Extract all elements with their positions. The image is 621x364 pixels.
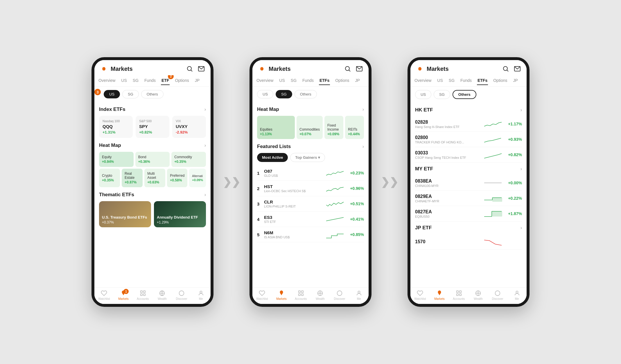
- subtab-others-2[interactable]: Others: [295, 90, 317, 98]
- subtab-sg-1[interactable]: SG: [122, 90, 139, 98]
- list-item-3[interactable]: 3 CLR LION-PHILLIP S-REIT +0.51%: [257, 196, 364, 212]
- tab-sg-1[interactable]: SG: [132, 76, 139, 85]
- list-item-2[interactable]: 2 HST Lion-OCBC Sec HSTECH S$ +0.96%: [257, 181, 364, 196]
- nav-discover-3[interactable]: Discover: [488, 290, 507, 300]
- my-etf-item-2[interactable]: 0829EA CHINAETF-MYR +0.22%: [415, 191, 522, 206]
- tab-etfs-2[interactable]: ETFs: [319, 76, 330, 85]
- list-info-5: N6M IS ASIA BND US$: [264, 230, 322, 239]
- jp-etf-chevron[interactable]: ›: [521, 225, 522, 230]
- svg-rect-32: [492, 198, 502, 202]
- svg-line-2: [191, 70, 193, 72]
- list-chart-4: [326, 215, 344, 224]
- nav-wealth-2[interactable]: Wealth: [310, 290, 330, 300]
- nav-discover-1[interactable]: Discover: [172, 290, 191, 300]
- nav-watchlist-2[interactable]: Watchlist: [252, 290, 272, 300]
- hk-etf-item-1[interactable]: 02828 Hang Seng H-Share Index ETF +1.17%: [415, 116, 522, 132]
- heatmap-chevron-1[interactable]: ›: [204, 143, 206, 148]
- nav-accounts-1[interactable]: Accounts: [133, 290, 152, 300]
- my-etf-chevron[interactable]: ›: [521, 166, 522, 172]
- list-info-1: O87 GLD US$: [264, 169, 322, 177]
- svg-rect-40: [456, 291, 458, 293]
- featured-chevron[interactable]: ›: [362, 144, 364, 149]
- heatmap-chevron-2[interactable]: ›: [362, 107, 364, 112]
- hk-etf-item-2[interactable]: 02800 TRACKER FUND OF HONG KO... +0.93%: [415, 132, 522, 147]
- tab-sg-2[interactable]: SG: [290, 76, 297, 85]
- tab-funds-1[interactable]: Funds: [144, 76, 156, 85]
- section-header-my: MY ETF ›: [415, 166, 522, 172]
- tab-us-1[interactable]: US: [121, 76, 127, 85]
- sub-tabs-1: 3 US SG Others: [94, 87, 211, 102]
- nav-watchlist-3[interactable]: Watchlist: [410, 290, 430, 300]
- treasury-bg: U.S. Treasury Bond ETFs +0.37%: [99, 201, 151, 227]
- svg-rect-43: [460, 294, 461, 295]
- my-etf-item-1[interactable]: 0838EA CHINA100-MYR +0.00%: [415, 175, 522, 191]
- mail-icon-1[interactable]: [198, 65, 205, 72]
- search-icon-1[interactable]: [186, 65, 193, 72]
- subtab-us-2[interactable]: US: [257, 90, 273, 98]
- list-item-1[interactable]: 1 O87 GLD US$ +0.23%: [257, 165, 364, 181]
- tab-options-1[interactable]: Options: [174, 76, 189, 85]
- nav-markets-1[interactable]: 1 Markets: [114, 290, 133, 300]
- subtab-us-1[interactable]: US: [104, 90, 120, 98]
- search-icon-3[interactable]: [502, 65, 509, 72]
- nav-me-1[interactable]: Me: [191, 290, 211, 300]
- subtab-us-3[interactable]: US: [415, 90, 431, 99]
- heart-icon-2: [259, 290, 265, 296]
- heatmap-preferred: Preferred +0.58%: [167, 169, 187, 187]
- etf-card-qqq[interactable]: Nasdaq 100 QQQ +1.31%: [99, 116, 133, 138]
- subtab-others-1[interactable]: Others: [141, 90, 164, 98]
- search-icon-2[interactable]: [344, 65, 351, 72]
- nav-me-3[interactable]: Me: [507, 290, 527, 300]
- mail-icon-3[interactable]: [514, 65, 521, 72]
- tab-overview-1[interactable]: Overview: [98, 76, 116, 85]
- nav-accounts-2[interactable]: Accounts: [291, 290, 310, 300]
- heart-icon-3: [417, 290, 423, 296]
- nav-watchlist-1[interactable]: Watchlist: [94, 290, 114, 300]
- tab-us-2[interactable]: US: [279, 76, 285, 85]
- my-etf-info-1: 0838EA CHINA100-MYR: [415, 179, 480, 188]
- tab-etfs-3[interactable]: ETFs: [477, 76, 488, 85]
- tab-sg-3[interactable]: SG: [448, 76, 455, 85]
- subtab-sg-2[interactable]: SG: [276, 90, 292, 98]
- subtab-others-3[interactable]: Others: [453, 90, 476, 99]
- nav-accounts-3[interactable]: Accounts: [449, 290, 469, 300]
- tab-overview-2[interactable]: Overview: [256, 76, 274, 85]
- thematic-dividend[interactable]: Annually Dividend ETF +1.29%: [154, 201, 206, 227]
- hk-etf-chevron[interactable]: ›: [521, 107, 522, 113]
- etf-card-spy[interactable]: S&P 500 SPY +0.82%: [136, 116, 169, 138]
- tab-funds-3[interactable]: Funds: [460, 76, 472, 85]
- thematic-treasury[interactable]: U.S. Treasury Bond ETFs +0.37%: [99, 201, 151, 227]
- my-etf-item-3[interactable]: 0827EA EQ8US50 +1.87%: [415, 206, 522, 221]
- featured-tab-top-gainers[interactable]: Top Gainers ▾: [290, 153, 325, 162]
- heatmap-row-1: Equity +0.94% Bond +0.36% Commodity +0.3…: [99, 152, 206, 167]
- tab-overview-3[interactable]: Overview: [414, 76, 432, 85]
- heatmap-title-2: Heat Map: [257, 107, 279, 112]
- tab-etf-1[interactable]: ETF 2: [161, 76, 170, 85]
- index-etfs-chevron[interactable]: ›: [204, 107, 206, 112]
- subtab-sg-3[interactable]: SG: [434, 90, 450, 99]
- featured-tab-most-active[interactable]: Most Active: [257, 153, 288, 162]
- etf-card-vix[interactable]: VIX UVXY -2.92%: [172, 116, 206, 138]
- jp-etf-item-1[interactable]: 1570: [415, 234, 522, 250]
- thematic-chevron-1[interactable]: ›: [204, 192, 206, 197]
- scroll-content-2: Heat Map › Equities +1.13% Commodities +…: [252, 102, 369, 287]
- nav-wealth-3[interactable]: Wealth: [469, 290, 488, 300]
- nav-discover-2[interactable]: Discover: [330, 290, 349, 300]
- tab-options-3[interactable]: Options: [493, 76, 508, 85]
- tab-jp-2[interactable]: JP: [354, 76, 360, 85]
- section-header-jp: JP ETF ›: [415, 225, 522, 231]
- tab-options-2[interactable]: Options: [335, 76, 350, 85]
- tab-us-3[interactable]: US: [437, 76, 443, 85]
- nav-markets-2[interactable]: Markets: [272, 290, 291, 300]
- tab-funds-2[interactable]: Funds: [302, 76, 314, 85]
- nav-me-2[interactable]: Me: [349, 290, 369, 300]
- list-item-4[interactable]: 4 ES3 STI ETF +0.41%: [257, 212, 364, 227]
- etf-card-ticker-vix: UVXY: [176, 124, 202, 129]
- hk-etf-item-3[interactable]: 03033 CSOP Hang Seng TECH Index ETF +0.8…: [415, 147, 522, 163]
- tab-jp-1[interactable]: JP: [194, 76, 200, 85]
- list-item-5[interactable]: 5 N6M IS ASIA BND US$ +0.85%: [257, 227, 364, 242]
- tab-jp-3[interactable]: JP: [512, 76, 518, 85]
- nav-markets-3[interactable]: Markets: [430, 290, 449, 300]
- mail-icon-2[interactable]: [356, 65, 363, 72]
- nav-wealth-1[interactable]: Wealth: [152, 290, 172, 300]
